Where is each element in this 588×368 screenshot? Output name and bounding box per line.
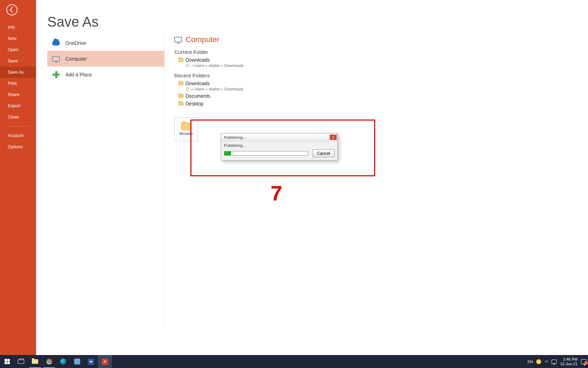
recent-folder-item[interactable]: DownloadsC: » Users » shahin » Downloads [174,81,524,91]
folder-path: C: » Users » shahin » Downloads [186,63,524,68]
clock-date: 12-Jun-21 [560,362,578,366]
tray-overflow-icon[interactable] [545,360,548,363]
back-button[interactable] [6,4,18,15]
folder-name: Downloads [186,57,210,63]
recent-folders-list: DownloadsC: » Users » shahin » Downloads… [174,81,524,107]
language-indicator[interactable]: EN [527,360,533,364]
place-label: OneDrive [65,40,86,46]
computer-icon [52,56,60,62]
app-taskbar[interactable] [70,355,84,368]
windows-icon [5,359,10,364]
sidebar-item-account[interactable]: Account [0,130,36,141]
current-folder-label: Current Folder [174,49,524,55]
detail-title: Computer [186,35,219,44]
page-title: Save As [47,14,99,30]
chrome-taskbar[interactable] [42,355,56,368]
sidebar-nav-list-secondary: AccountOptions [0,130,36,152]
folder-name: Desktop [186,101,203,107]
folder-icon [32,359,38,364]
place-onedrive[interactable]: OneDrive [47,35,164,51]
plus-icon [52,71,59,78]
sidebar-item-print[interactable]: Print [0,78,36,89]
sidebar-item-close[interactable]: Close [0,111,36,123]
sidebar-item-options[interactable]: Options [0,141,36,152]
file-explorer-taskbar[interactable] [28,355,42,368]
word-taskbar[interactable]: W [84,355,98,368]
cancel-button[interactable]: Cancel [313,149,335,157]
dialog-close-button[interactable]: x [330,135,337,140]
sidebar-item-info[interactable]: Info [0,22,36,33]
place-computer[interactable]: Computer [47,51,164,67]
detail-column: Computer Current Folder Downloads C: » U… [174,35,524,107]
folder-name: Documents [186,93,210,99]
computer-icon [174,37,182,42]
folder-icon [178,82,183,85]
taskview-button[interactable] [14,355,28,368]
weather-icon[interactable] [536,359,541,364]
folder-icon [178,58,183,62]
folder-icon [181,123,191,130]
sidebar-item-save[interactable]: Save [0,55,36,67]
backstage-sidebar: InfoNewOpenSaveSave AsPrintShareExportCl… [0,0,36,355]
action-center-badge: 3 [584,361,588,365]
dialog-body: Publishing... Cancel [221,141,337,160]
folder-icon [178,94,183,98]
edge-icon [60,359,66,364]
folder-path: C: » Users » shahin » Downloads [186,87,524,91]
taskbar-clock[interactable]: 2:46 PM 12-Jun-21 [560,357,578,366]
sidebar-item-save-as[interactable]: Save As [0,67,36,78]
folder-icon [178,102,183,105]
dialog-title: Publishing... [224,135,246,139]
powerpoint-taskbar[interactable]: P [98,355,112,368]
sidebar-nav-list: InfoNewOpenSaveSave AsPrintShareExportCl… [0,22,36,123]
app-icon [74,359,80,364]
folder-name: Downloads [186,81,210,86]
sidebar-item-new[interactable]: New [0,33,36,44]
powerpoint-icon: P [102,359,108,365]
main-panel: Save As OneDriveComputerAdd a Place Comp… [36,0,588,355]
sidebar-item-share[interactable]: Share [0,89,36,100]
current-folder-item[interactable]: Downloads C: » Users » shahin » Download… [174,57,524,68]
places-column: OneDriveComputerAdd a Place [47,35,164,82]
recent-folder-item[interactable]: Desktop [174,101,524,107]
clock-time: 2:46 PM [560,357,578,362]
start-button[interactable] [0,355,14,368]
recent-folders-label: Recent Folders [174,73,524,79]
sidebar-item-open[interactable]: Open [0,44,36,55]
taskbar-right: EN 2:46 PM 12-Jun-21 3 [527,355,588,368]
detail-heading: Computer [174,35,524,44]
word-icon: W [88,359,94,365]
edge-taskbar[interactable] [56,355,70,368]
place-label: Add a Place [65,72,92,77]
action-center-button[interactable]: 3 [581,359,587,364]
taskview-icon [18,360,24,364]
browse-label: Browse [180,131,193,136]
back-arrow-icon [9,7,15,13]
place-label: Computer [65,56,87,62]
chrome-icon [46,359,52,364]
progress-bar [224,151,308,156]
recent-folder-item[interactable]: Documents [174,93,524,99]
progress-fill [224,151,231,155]
dialog-titlebar[interactable]: Publishing... x [221,134,337,141]
sidebar-separator [7,126,29,127]
dialog-status: Publishing... [224,143,335,148]
taskbar: W P EN 2:46 PM 12-Jun-21 3 [0,355,588,368]
taskbar-left: W P [0,355,112,368]
cloud-icon [52,41,60,46]
place-add-a-place[interactable]: Add a Place [47,67,164,82]
browse-button[interactable]: Browse [174,117,198,141]
annotation-step-number: 7 [271,181,282,205]
publishing-dialog: Publishing... x Publishing... Cancel [221,133,338,161]
column-divider [164,37,164,328]
sidebar-item-export[interactable]: Export [0,100,36,111]
network-icon[interactable] [552,360,556,364]
